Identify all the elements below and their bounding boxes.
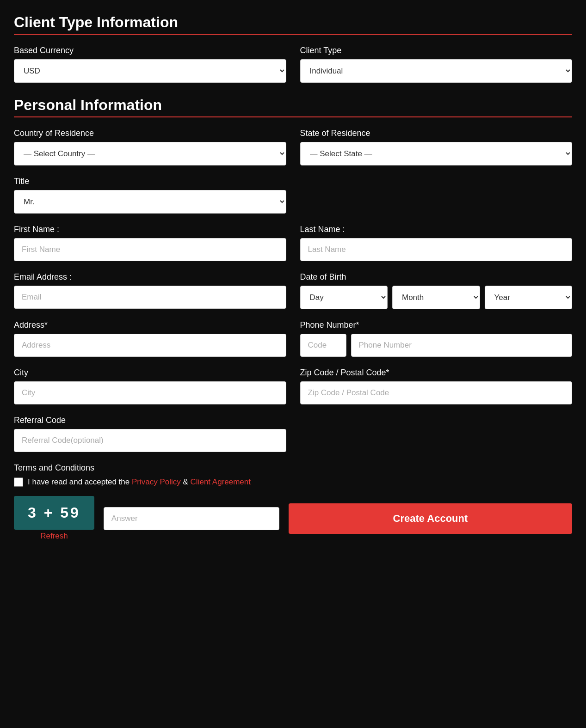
phone-number-input[interactable]	[351, 334, 573, 357]
dob-year-select[interactable]: Year 20052000 19951990 19851980 19751970	[485, 286, 573, 309]
personal-info-title: Personal Information	[14, 97, 572, 114]
phone-group: Phone Number*	[300, 320, 573, 357]
city-group: City	[14, 368, 286, 404]
dob-day-select[interactable]: Day 123 456 789 101112 131415 161718 192…	[300, 286, 388, 309]
phone-inputs	[300, 334, 573, 357]
referral-row: Referral Code	[14, 416, 572, 452]
dob-label: Date of Birth	[300, 272, 573, 282]
city-label: City	[14, 368, 286, 378]
dob-group: Date of Birth Day 123 456 789 101112 131…	[300, 272, 573, 309]
email-dob-row: Email Address : Date of Birth Day 123 45…	[14, 272, 572, 309]
client-type-label: Client Type	[300, 46, 573, 55]
email-label: Email Address :	[14, 272, 286, 282]
zip-label: Zip Code / Postal Code*	[300, 368, 573, 378]
client-type-row: Based Currency USD EUR GBP AUD JPY Clien…	[14, 46, 572, 83]
captcha-expression: 3 + 59	[14, 496, 94, 530]
dob-selects: Day 123 456 789 101112 131415 161718 192…	[300, 286, 573, 309]
title-select[interactable]: Mr. Mrs. Ms. Dr. Prof.	[14, 190, 286, 214]
client-agreement-link[interactable]: Client Agreement	[191, 477, 251, 486]
phone-code-input[interactable]	[300, 334, 346, 357]
terms-section: Terms and Conditions I have read and acc…	[14, 463, 572, 487]
country-group: Country of Residence — Select Country — …	[14, 128, 286, 165]
based-currency-select[interactable]: USD EUR GBP AUD JPY	[14, 59, 286, 83]
name-row: First Name : Last Name :	[14, 225, 572, 261]
country-select[interactable]: — Select Country — United States United …	[14, 142, 286, 165]
phone-label: Phone Number*	[300, 320, 573, 330]
address-input[interactable]	[14, 334, 286, 357]
client-type-info-section: Client Type Information Based Currency U…	[14, 14, 572, 83]
first-name-group: First Name :	[14, 225, 286, 261]
country-state-row: Country of Residence — Select Country — …	[14, 128, 572, 165]
client-type-info-title: Client Type Information	[14, 14, 572, 31]
based-currency-label: Based Currency	[14, 46, 286, 55]
country-label: Country of Residence	[14, 128, 286, 138]
captcha-widget: 3 + 59 Refresh	[14, 496, 94, 541]
state-select[interactable]: — Select State — California New York Tex…	[300, 142, 573, 165]
city-input[interactable]	[14, 381, 286, 404]
terms-text: I have read and accepted the Privacy Pol…	[28, 477, 251, 487]
last-name-label: Last Name :	[300, 225, 573, 234]
personal-info-section: Personal Information Country of Residenc…	[14, 97, 572, 541]
client-type-group: Client Type Individual Corporate Trust	[300, 46, 573, 83]
dob-month-select[interactable]: Month JanuaryFebruary MarchApril MayJune…	[392, 286, 480, 309]
client-type-divider	[14, 34, 572, 35]
state-label: State of Residence	[300, 128, 573, 138]
referral-label: Referral Code	[14, 416, 286, 425]
referral-group: Referral Code	[14, 416, 286, 452]
title-row: Title Mr. Mrs. Ms. Dr. Prof.	[14, 177, 572, 214]
captcha-answer-input[interactable]	[104, 507, 279, 530]
address-group: Address*	[14, 320, 286, 357]
bottom-row: 3 + 59 Refresh Create Account	[14, 496, 572, 541]
title-spacer	[300, 177, 573, 214]
based-currency-group: Based Currency USD EUR GBP AUD JPY	[14, 46, 286, 83]
zip-group: Zip Code / Postal Code*	[300, 368, 573, 404]
last-name-input[interactable]	[300, 238, 573, 261]
terms-label: Terms and Conditions	[14, 463, 572, 473]
address-label: Address*	[14, 320, 286, 330]
zip-input[interactable]	[300, 381, 573, 404]
city-zip-row: City Zip Code / Postal Code*	[14, 368, 572, 404]
terms-checkbox[interactable]	[14, 477, 23, 487]
address-phone-row: Address* Phone Number*	[14, 320, 572, 357]
referral-input[interactable]	[14, 429, 286, 452]
first-name-label: First Name :	[14, 225, 286, 234]
title-label: Title	[14, 177, 286, 186]
last-name-group: Last Name :	[300, 225, 573, 261]
create-account-button[interactable]: Create Account	[289, 503, 572, 534]
title-group: Title Mr. Mrs. Ms. Dr. Prof.	[14, 177, 286, 214]
client-type-select[interactable]: Individual Corporate Trust	[300, 59, 573, 83]
privacy-policy-link[interactable]: Privacy Policy	[132, 477, 181, 486]
referral-spacer	[300, 416, 573, 452]
email-group: Email Address :	[14, 272, 286, 309]
email-input[interactable]	[14, 286, 286, 309]
captcha-refresh-button[interactable]: Refresh	[17, 532, 91, 541]
state-group: State of Residence — Select State — Cali…	[300, 128, 573, 165]
personal-info-divider	[14, 116, 572, 117]
terms-row: I have read and accepted the Privacy Pol…	[14, 477, 572, 487]
first-name-input[interactable]	[14, 238, 286, 261]
